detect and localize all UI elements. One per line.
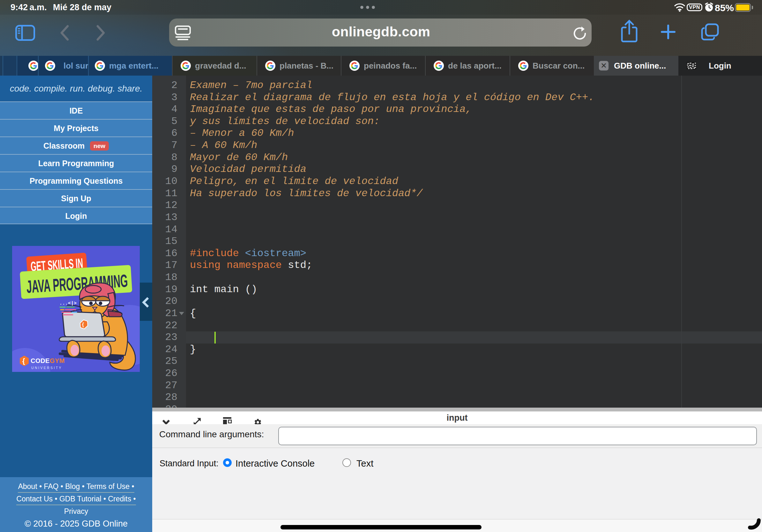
svg-text:{: { — [22, 357, 25, 365]
svg-text:CODEGYM: CODEGYM — [31, 357, 65, 364]
svg-text:{: { — [82, 322, 84, 327]
svg-text:...<|>: ...<|> — [59, 301, 77, 306]
svg-text:UNIVERSITY: UNIVERSITY — [31, 366, 62, 370]
